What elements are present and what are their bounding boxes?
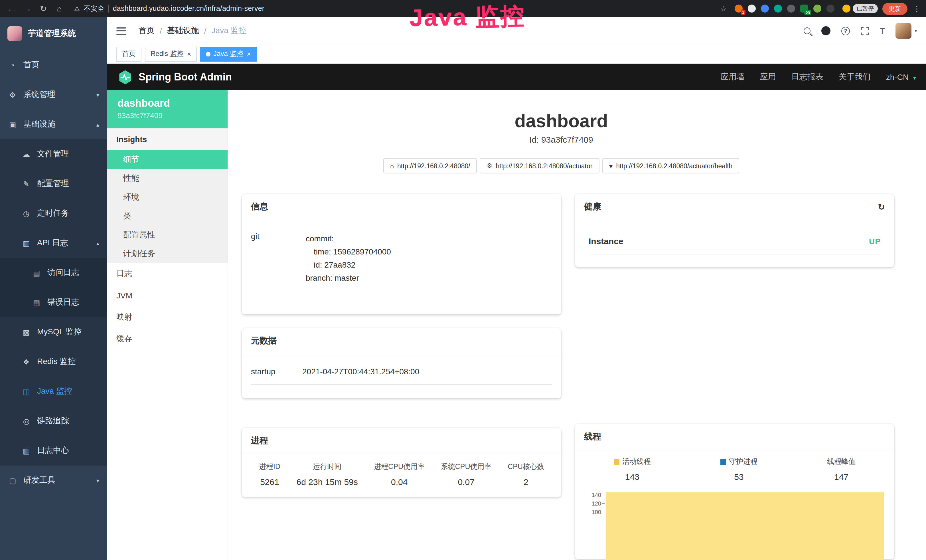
legend-swatch-blue — [720, 459, 726, 465]
sidebar-item-label: 系统管理 — [23, 89, 93, 100]
sba-menu-classes[interactable]: 类 — [107, 207, 228, 226]
forward-icon[interactable]: → — [22, 4, 33, 13]
sba-menu-performance[interactable]: 性能 — [107, 169, 228, 188]
extension-icon[interactable] — [761, 5, 769, 12]
metadata-row: startup 2021-04-27T00:44:31.254+08:00 — [251, 362, 552, 384]
sidebar-item-file-management[interactable]: ☁ 文件管理 — [0, 139, 107, 169]
github-icon[interactable] — [822, 26, 831, 35]
info-values: commit: time: 1596289704000 id: 27aa832 … — [306, 232, 552, 289]
topbar-actions: ? T ▾ — [803, 23, 917, 39]
security-label: 不安全 — [84, 4, 104, 14]
extension-icon[interactable]: on — [800, 5, 808, 12]
extension-icons: 1 on — [735, 5, 834, 12]
fullscreen-icon[interactable] — [861, 27, 869, 35]
health-instance-label: Instance — [589, 236, 623, 246]
health-row[interactable]: Instance UP — [589, 230, 881, 254]
breadcrumb-infrastructure[interactable]: 基础设施 — [167, 26, 199, 36]
sba-menu-mappings[interactable]: 映射 — [107, 306, 228, 328]
user-menu[interactable]: ▾ — [896, 23, 917, 39]
tag-java-monitor[interactable]: Java 监控 × — [200, 47, 256, 61]
breadcrumb-home[interactable]: 首页 — [139, 26, 154, 36]
sba-nav-journal[interactable]: 日志报表 — [791, 72, 823, 82]
sidebar-item-infrastructure[interactable]: ▣ 基础设施 ▴ — [0, 109, 107, 139]
sba-brand[interactable]: Spring Boot Admin — [118, 69, 232, 85]
extension-icon[interactable] — [774, 5, 782, 12]
sba-menu-details[interactable]: 细节 — [107, 150, 228, 169]
instance-header[interactable]: dashboard 93a3fc7f7409 — [107, 90, 228, 129]
sba-menu-scheduled-tasks[interactable]: 计划任务 — [107, 244, 228, 263]
close-icon[interactable]: × — [187, 50, 191, 58]
sidebar-item-dev-tools[interactable]: ▢ 研发工具 ▾ — [0, 466, 107, 495]
extension-icon[interactable] — [813, 5, 822, 12]
annotation-java-monitor: Java 监控 — [409, 0, 526, 34]
help-icon[interactable]: ? — [841, 27, 850, 35]
sidebar-item-log-center[interactable]: ▥ 日志中心 — [0, 436, 107, 466]
browser-menu-icon[interactable]: ⋮ — [913, 4, 921, 13]
database-icon: ▩ — [22, 328, 31, 336]
sba-sidebar: dashboard 93a3fc7f7409 Insights 细节 性能 环境… — [107, 90, 228, 560]
sidebar-item-system-management[interactable]: ⚙ 系统管理 ▾ — [0, 80, 107, 109]
font-size-icon[interactable]: T — [880, 26, 885, 35]
cloud-icon: ☁ — [22, 150, 31, 158]
toolbox-icon: ▢ — [8, 476, 17, 485]
sidebar-item-java-monitor[interactable]: ◫ Java 监控 — [0, 377, 107, 406]
sba-menu-section-insights[interactable]: Insights — [107, 129, 228, 150]
search-icon[interactable] — [803, 27, 811, 34]
document-icon: ▤ — [32, 268, 41, 277]
browser-home-icon[interactable]: ⌂ — [54, 4, 65, 13]
extension-icon[interactable]: 1 — [735, 5, 743, 12]
sidebar-item-label: Java 监控 — [37, 386, 99, 397]
sidebar-item-tracing[interactable]: ◎ 链路追踪 — [0, 406, 107, 436]
sba-menu-caches[interactable]: 缓存 — [107, 328, 228, 350]
document-icon: ▦ — [32, 298, 41, 307]
sidebar-item-home[interactable]: ◔ 首页 — [0, 50, 107, 80]
collapse-sidebar-icon[interactable] — [117, 27, 126, 35]
sba-menu-config-props[interactable]: 配置属性 — [107, 226, 228, 244]
instance-links: ⌂ http://192.168.0.2:48080/ ⚙ http://192… — [228, 158, 894, 173]
edit-icon: ✎ — [22, 179, 31, 188]
sidebar-item-api-logs[interactable]: ▥ API 日志 ▴ — [0, 228, 107, 258]
spring-boot-admin: Spring Boot Admin 应用墙 应用 日志报表 关于我们 zh-CN… — [107, 64, 926, 560]
java-monitor-icon: ◫ — [22, 387, 31, 396]
extension-icon[interactable] — [748, 5, 756, 12]
tag-home[interactable]: 首页 — [117, 47, 141, 61]
paused-extension[interactable]: 已暂停 — [843, 4, 878, 13]
tag-redis-monitor[interactable]: Redis 监控 × — [145, 47, 197, 61]
history-refresh-icon[interactable]: ↺ — [878, 202, 885, 212]
link-health-url[interactable]: ♥ http://192.168.0.2:48080/actuator/heal… — [602, 158, 739, 173]
browser-update-button[interactable]: 更新 — [882, 3, 908, 15]
sba-menu-logs[interactable]: 日志 — [107, 263, 228, 285]
sidebar-item-label: 基础设施 — [23, 119, 93, 130]
link-base-url[interactable]: ⌂ http://192.168.0.2:48080/ — [383, 158, 477, 173]
card-health: 健康 ↺ Instance UP — [575, 194, 894, 267]
back-icon[interactable]: ← — [6, 4, 17, 13]
sba-nav-wallboard[interactable]: 应用墙 — [721, 72, 744, 82]
card-info: 信息 git commit: time: 1596289704000 id: 2… — [242, 194, 561, 314]
sidebar-item-redis-monitor[interactable]: ❖ Redis 监控 — [0, 347, 107, 377]
sidebar-item-error-logs[interactable]: ▦ 错误日志 — [0, 288, 107, 317]
bookmark-star-icon[interactable]: ☆ — [720, 4, 727, 13]
page: ← → ↻ ⌂ ⚠ 不安全 dashboard.yudao.iocoder.cn… — [0, 0, 926, 560]
app-logo-row[interactable]: 芋道管理系统 — [0, 17, 107, 50]
reload-icon[interactable]: ↻ — [38, 4, 49, 13]
breadcrumb: 首页 / 基础设施 / Java 监控 — [139, 26, 247, 36]
sidebar-item-scheduled-jobs[interactable]: ◷ 定时任务 — [0, 198, 107, 228]
close-icon[interactable]: × — [247, 50, 251, 58]
extension-icon[interactable] — [787, 5, 795, 12]
sba-menu-environment[interactable]: 环境 — [107, 188, 228, 207]
link-url: http://192.168.0.2:48080/actuator/health — [616, 162, 732, 169]
sidebar-item-access-logs[interactable]: ▤ 访问日志 — [0, 258, 107, 288]
process-column: CPU核心数 2 — [508, 462, 544, 486]
sidebar-item-label: Redis 监控 — [37, 357, 99, 367]
legend-value: 147 — [827, 472, 856, 481]
sba-nav-about[interactable]: 关于我们 — [839, 72, 871, 82]
eye-icon: ◎ — [22, 417, 31, 425]
sba-menu-jvm[interactable]: JVM — [107, 285, 228, 306]
link-actuator-url[interactable]: ⚙ http://192.168.0.2:48080/actuator — [480, 158, 599, 173]
address-bar[interactable]: ⚠ 不安全 dashboard.yudao.iocoder.cn/infra/a… — [74, 4, 264, 14]
sidebar-item-config-management[interactable]: ✎ 配置管理 — [0, 169, 107, 198]
sba-nav-language[interactable]: zh-CN ▾ — [886, 73, 916, 82]
sidebar-item-mysql-monitor[interactable]: ▩ MySQL 监控 — [0, 317, 107, 347]
extension-icon[interactable] — [826, 5, 834, 12]
sba-nav-applications[interactable]: 应用 — [760, 72, 776, 82]
